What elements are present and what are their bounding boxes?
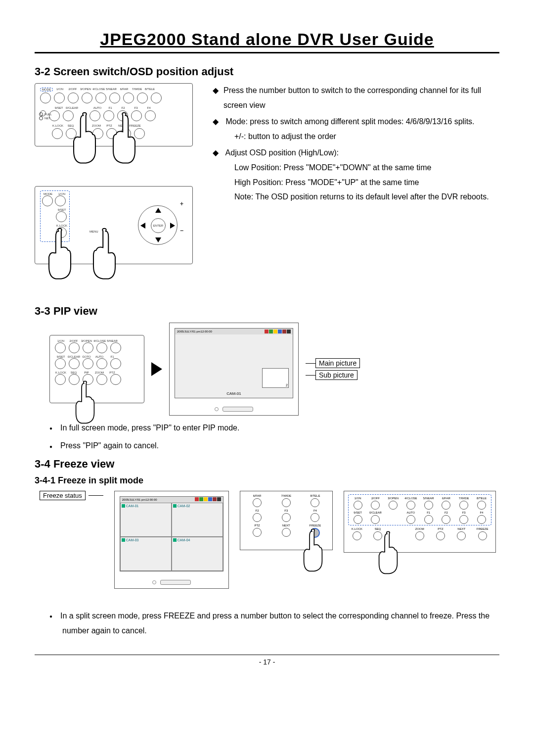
footer-rule: [35, 655, 499, 655]
document-title: JPEG2000 Stand alone DVR User Guide: [35, 30, 499, 53]
quad-cell: CAM-01: [120, 503, 172, 537]
figure-3-3-pip: 1/ON 2/OFF 3/OPEN 4/CLOSE 5/NEAR 9/SET 0…: [49, 323, 499, 416]
section-3-4-heading: 3-4 Freeze view: [35, 458, 499, 471]
hand-pointer-icon: [70, 111, 99, 166]
main-picture-callout: Main picture: [315, 358, 360, 368]
bullet-item: Adjust OSD position (High/Low): Low Posi…: [213, 145, 499, 204]
hand-pointer-icon: [377, 530, 400, 575]
mode-button-highlight: MODE: [40, 88, 53, 92]
remote-panel-freeze-a: 6/FAR 7/WIDE 8/TELE F2 F3 F4 PTZ NEXT FR…: [240, 491, 333, 550]
arrow-left-icon: [140, 223, 145, 229]
hand-pointer-icon: [45, 227, 75, 282]
arrow-up-icon: [155, 208, 161, 213]
plus-minus-icon: +−: [180, 200, 183, 234]
remote-panel-freeze-b: 1/ON 2/OFF 3/OPEN 4/CLOSE 5/NEAR 6/FAR 7…: [344, 491, 496, 553]
sub-picture-callout: Sub picture: [315, 370, 357, 380]
arrow-down-icon: [155, 237, 161, 242]
timestamp-label: 2005/JULY/01 pm12:00:00: [122, 498, 157, 501]
timestamp-label: 2005/JULY/01 pm12:00:00: [177, 330, 212, 333]
quad-cell: CAM-02: [172, 503, 223, 537]
bullet-item: Press "PIP" again to cancel.: [49, 438, 499, 453]
quad-cell: CAM-03: [120, 537, 172, 571]
dpad-control: ENTER: [138, 205, 178, 245]
status-icons: [194, 497, 221, 502]
bullet-item: Press the number button to switch to the…: [213, 83, 499, 112]
arrow-right-icon: [151, 362, 162, 376]
figure-3-4-freeze: Freeze status 2005/JULY/01 pm12:00:00 CA…: [40, 491, 499, 589]
section-3-4-bullets: In a split screen mode, press FREEZE and…: [35, 609, 499, 639]
bullet-item: Mode: press to switch among different sp…: [213, 114, 499, 143]
section-3-2-heading: 3-2 Screen switch/OSD position adjust: [35, 65, 499, 78]
monitor-freeze: 2005/JULY/01 pm12:00:00 CAM-01 CAM-02 CA…: [114, 491, 229, 589]
hand-pointer-icon: [109, 111, 139, 166]
bullet-item: In a split screen mode, press FREEZE and…: [49, 609, 499, 639]
section-3-3-bullets: In full screen mode, press "PIP" to ente…: [35, 421, 499, 454]
page-number: - 17 -: [35, 658, 499, 666]
status-icons: [264, 330, 291, 334]
camera-label: CAM-01: [226, 391, 241, 396]
hand-pointer-icon: [302, 528, 324, 572]
remote-panel-top: MODE 1/ON 2/OFF 3/OPEN 4/CLOSE 5/NEAR 6/…: [35, 83, 193, 146]
quad-cell: CAM-04: [172, 537, 223, 571]
plus-minus-note: +/-: button to adjust the order: [223, 129, 499, 144]
freeze-status-callout: Freeze status: [40, 491, 86, 500]
section-3-2-bullets: Press the number button to switch to the…: [213, 83, 499, 204]
hand-pointer-icon: [89, 227, 119, 282]
section-3-4-1-heading: 3-4-1 Freeze in split mode: [35, 475, 499, 486]
enter-button: ENTER: [151, 218, 166, 233]
remote-panel-pip: 1/ON 2/OFF 3/OPEN 4/CLOSE 5/NEAR 9/SET 0…: [49, 335, 144, 403]
section-3-3-heading: 3-3 PIP view: [35, 305, 499, 318]
hand-pointer-icon: [74, 380, 96, 425]
figure-3-2-remote-panels: MODE 1/ON 2/OFF 3/OPEN 4/CLOSE 5/NEAR 6/…: [35, 83, 193, 271]
remote-panel-bottom: MODE 1/ON 9/SET K.LOCK MENU: [35, 186, 193, 264]
sub-picture-box: 2: [262, 368, 289, 388]
bullet-item: In full screen mode, press "PIP" to ente…: [49, 421, 499, 435]
monitor-pip: 2005/JULY/01 pm12:00:00 2 CAM-01: [169, 323, 299, 416]
arrow-right-icon: [170, 223, 175, 229]
